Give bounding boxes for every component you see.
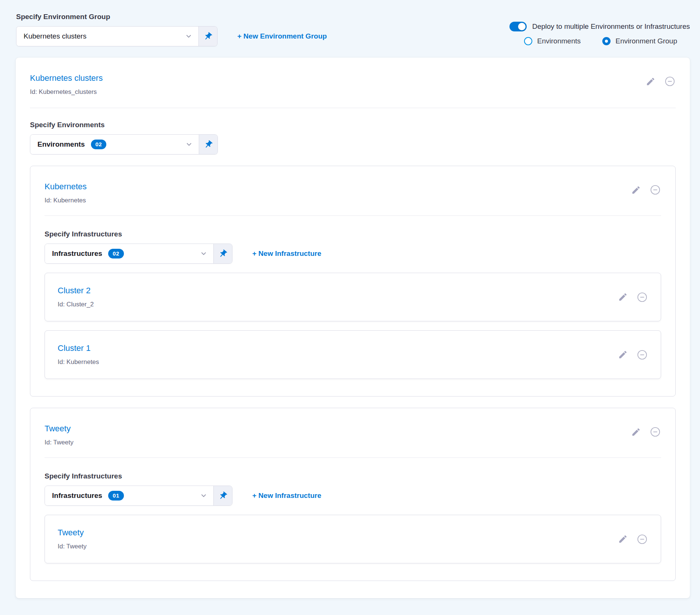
remove-minus-circle-icon: [649, 184, 661, 196]
radio-environment-group[interactable]: Environment Group: [602, 37, 677, 45]
pin-env-group-button[interactable]: [198, 27, 217, 46]
environment-group-id: Id: Kubernetes_clusters: [30, 88, 103, 96]
new-infrastructure-link[interactable]: + New Infrastructure: [252, 492, 321, 500]
infrastructures-dropdown-trigger[interactable]: Infrastructures 02: [45, 244, 213, 263]
edit-pencil-icon: [631, 185, 641, 195]
edit-pencil-icon: [618, 350, 628, 359]
environment-group-card: Kubernetes clusters Id: Kubernetes_clust…: [16, 58, 690, 598]
infrastructures-dropdown[interactable]: Infrastructures 01: [45, 486, 232, 506]
infrastructures-dropdown[interactable]: Infrastructures 02: [45, 244, 232, 264]
toggle-knob: [518, 23, 526, 30]
environment-card-kubernetes: Kubernetes Id: Kubernetes Specify Infras…: [30, 166, 676, 397]
remove-environment-button[interactable]: [649, 426, 661, 438]
edit-pencil-icon: [646, 77, 655, 86]
chevron-down-icon: [200, 250, 207, 257]
new-environment-group-link[interactable]: + New Environment Group: [237, 32, 327, 40]
infrastructures-dropdown-value: Infrastructures: [52, 492, 102, 500]
deploy-multiple-toggle-label: Deploy to multiple Environments or Infra…: [532, 22, 690, 31]
edit-pencil-icon: [618, 534, 628, 544]
infrastructure-title-link[interactable]: Cluster 2: [58, 286, 94, 296]
radio-environments[interactable]: Environments: [524, 37, 581, 45]
remove-infrastructure-button[interactable]: [636, 533, 648, 545]
environment-card-tweety: Tweety Id: Tweety Specify Infrastructure…: [30, 408, 676, 581]
infrastructure-card-cluster-1: Cluster 1 Id: Kubernetes: [45, 330, 661, 379]
remove-infrastructure-button[interactable]: [636, 349, 648, 361]
environment-id: Id: Kubernetes: [45, 197, 87, 204]
remove-minus-circle-icon: [636, 533, 648, 545]
pin-infrastructures-button[interactable]: [213, 486, 232, 505]
pushpin-icon: [201, 30, 214, 43]
remove-minus-circle-icon: [649, 426, 661, 438]
environment-id: Id: Tweety: [45, 439, 73, 446]
remove-environment-group-button[interactable]: [664, 76, 676, 87]
edit-infrastructure-button[interactable]: [618, 292, 628, 302]
environments-dropdown-trigger[interactable]: Environments 02: [30, 135, 199, 154]
pushpin-icon: [202, 138, 215, 151]
specify-infrastructures-label: Specify Infrastructures: [45, 230, 661, 238]
edit-pencil-icon: [618, 292, 628, 302]
chevron-down-icon: [185, 33, 192, 40]
infrastructures-dropdown-value: Infrastructures: [52, 250, 102, 258]
edit-infrastructure-button[interactable]: [618, 534, 628, 544]
divider: [45, 458, 661, 458]
chevron-down-icon: [185, 141, 193, 148]
remove-minus-circle-icon: [636, 349, 648, 361]
radio-environments-circle[interactable]: [524, 37, 532, 45]
env-group-dropdown-value: Kubernetes clusters: [24, 32, 86, 40]
radio-environment-group-circle[interactable]: [602, 37, 611, 45]
edit-environment-group-button[interactable]: [646, 77, 655, 86]
specify-environments-label: Specify Environments: [30, 121, 676, 129]
infrastructures-count-badge: 02: [108, 249, 124, 258]
specify-infrastructures-label: Specify Infrastructures: [45, 472, 661, 480]
infrastructure-title-link[interactable]: Tweety: [58, 528, 86, 538]
infrastructure-title-link[interactable]: Cluster 1: [58, 343, 99, 353]
infrastructure-id: Id: Tweety: [58, 543, 86, 550]
pushpin-icon: [216, 489, 229, 502]
edit-infrastructure-button[interactable]: [618, 350, 628, 359]
infrastructures-count-badge: 01: [108, 491, 124, 501]
chevron-down-icon: [200, 492, 207, 499]
env-group-dropdown-trigger[interactable]: Kubernetes clusters: [16, 27, 198, 46]
pushpin-icon: [216, 247, 229, 260]
new-infrastructure-link[interactable]: + New Infrastructure: [252, 250, 321, 258]
edit-environment-button[interactable]: [631, 185, 641, 195]
env-group-select-block: Specify Environment Group Kubernetes clu…: [16, 13, 327, 46]
pin-environments-button[interactable]: [199, 135, 217, 154]
infrastructure-card-tweety: Tweety Id: Tweety: [45, 515, 661, 563]
deploy-multiple-toggle[interactable]: [509, 22, 527, 31]
divider: [45, 215, 661, 216]
pin-infrastructures-button[interactable]: [213, 244, 232, 263]
remove-minus-circle-icon: [636, 291, 648, 303]
infrastructures-dropdown-trigger[interactable]: Infrastructures 01: [45, 486, 213, 505]
environment-title-link[interactable]: Kubernetes: [45, 182, 87, 192]
infrastructure-card-cluster-2: Cluster 2 Id: Cluster_2: [45, 273, 661, 321]
top-bar: Specify Environment Group Kubernetes clu…: [0, 0, 700, 46]
remove-minus-circle-icon: [664, 76, 676, 87]
edit-environment-button[interactable]: [631, 427, 641, 437]
environments-count-badge: 02: [91, 140, 107, 149]
radio-environments-label: Environments: [537, 37, 581, 45]
remove-environment-button[interactable]: [649, 184, 661, 196]
remove-infrastructure-button[interactable]: [636, 291, 648, 303]
environment-title-link[interactable]: Tweety: [45, 424, 73, 434]
env-group-dropdown[interactable]: Kubernetes clusters: [16, 26, 217, 46]
environments-dropdown[interactable]: Environments 02: [30, 134, 218, 154]
edit-pencil-icon: [631, 427, 641, 437]
deploy-options-block: Deploy to multiple Environments or Infra…: [509, 22, 690, 45]
infrastructure-id: Id: Kubernetes: [58, 358, 99, 366]
env-group-label: Specify Environment Group: [16, 13, 327, 21]
environments-dropdown-value: Environments: [37, 140, 85, 149]
infrastructure-id: Id: Cluster_2: [58, 301, 94, 308]
divider: [30, 108, 676, 108]
environment-group-title-link[interactable]: Kubernetes clusters: [30, 73, 103, 83]
radio-environment-group-label: Environment Group: [615, 37, 677, 45]
